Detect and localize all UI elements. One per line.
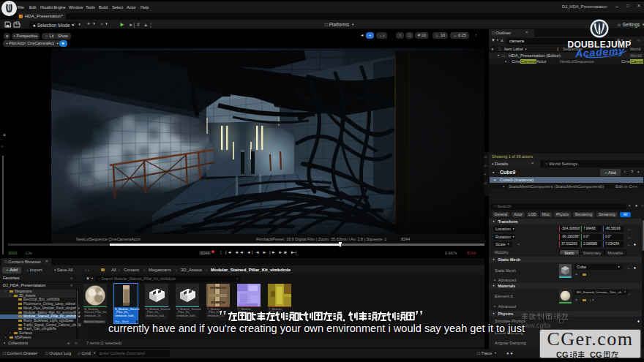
svg-text:CG: CG [556,350,569,359]
svg-text:CG: CG [590,350,602,359]
